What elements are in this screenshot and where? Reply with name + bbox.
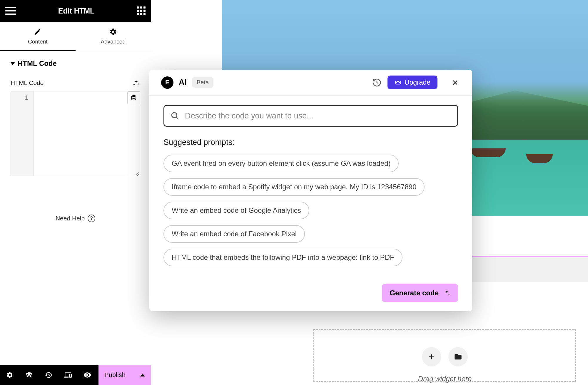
- suggested-prompts-list: GA event fired on every button element c…: [163, 155, 458, 266]
- field-row: HTML Code: [11, 79, 140, 87]
- publish-button[interactable]: Publish: [98, 365, 151, 385]
- section-header[interactable]: HTML Code: [11, 59, 140, 68]
- field-label: HTML Code: [11, 79, 44, 86]
- svg-point-1: [172, 113, 177, 118]
- help-icon: ?: [88, 215, 95, 222]
- code-area[interactable]: [34, 91, 140, 176]
- ai-modal: E AI Beta Upgrade Suggested prompts: GA …: [149, 70, 472, 311]
- tab-content-label: Content: [28, 38, 48, 45]
- editor-sidebar: Edit HTML Content Advanced HTML Code HTM…: [0, 0, 151, 385]
- responsive-icon[interactable]: [58, 365, 78, 385]
- modal-body: Suggested prompts: GA event fired on eve…: [149, 96, 472, 311]
- beta-badge: Beta: [192, 77, 213, 88]
- layers-icon[interactable]: [19, 365, 39, 385]
- need-help-link[interactable]: Need Help ?: [11, 215, 140, 222]
- settings-icon[interactable]: [0, 365, 19, 385]
- pencil-icon: [34, 28, 41, 36]
- ai-label: AI: [179, 78, 187, 87]
- elementor-logo-icon: E: [161, 76, 173, 89]
- history-icon[interactable]: [39, 365, 58, 385]
- svg-point-0: [132, 95, 136, 97]
- sidebar-tabs: Content Advanced: [0, 22, 151, 51]
- apps-grid-icon[interactable]: [137, 6, 146, 15]
- tab-advanced-label: Advanced: [101, 38, 126, 45]
- line-number: 1: [11, 94, 34, 101]
- sidebar-title: Edit HTML: [58, 7, 95, 15]
- modal-history-icon[interactable]: [372, 77, 382, 88]
- need-help-label: Need Help: [56, 215, 85, 222]
- upgrade-label: Upgrade: [405, 78, 430, 86]
- crown-icon: [395, 80, 402, 85]
- chevron-up-icon: [140, 374, 145, 376]
- prompt-input[interactable]: [185, 111, 451, 120]
- prompt-chip[interactable]: Write an embed code of Facebook Pixel: [163, 225, 305, 243]
- preview-icon[interactable]: [78, 365, 97, 385]
- close-icon[interactable]: [450, 77, 460, 88]
- prompt-chip[interactable]: Write an embed code of Google Analytics: [163, 202, 309, 219]
- html-code-editor[interactable]: 1: [11, 91, 140, 176]
- sidebar-header: Edit HTML: [0, 0, 151, 22]
- section-title: HTML Code: [18, 59, 57, 68]
- gear-icon: [109, 28, 117, 36]
- drop-zone[interactable]: Drag widget here: [313, 329, 576, 382]
- upgrade-button[interactable]: Upgrade: [387, 76, 437, 89]
- generate-code-label: Generate code: [390, 289, 439, 297]
- drop-zone-controls: [422, 347, 468, 366]
- section-body: HTML Code HTML Code 1 Need Help ?: [0, 51, 151, 230]
- resize-handle-icon[interactable]: [135, 171, 139, 175]
- add-widget-button[interactable]: [422, 347, 441, 366]
- caret-down-icon: [11, 62, 15, 65]
- generate-code-button[interactable]: Generate code: [382, 284, 458, 302]
- folder-button[interactable]: [448, 347, 468, 366]
- drop-zone-label: Drag widget here: [418, 375, 472, 383]
- prompt-chip[interactable]: Iframe code to embed a Spotify widget on…: [163, 178, 425, 196]
- prompt-input-row: [163, 105, 458, 127]
- hamburger-icon[interactable]: [5, 6, 16, 16]
- bottom-bar: Publish: [0, 365, 151, 385]
- modal-header: E AI Beta Upgrade: [149, 70, 472, 96]
- ai-sparkle-icon[interactable]: [132, 79, 140, 87]
- tab-advanced[interactable]: Advanced: [76, 22, 151, 51]
- suggested-prompts-title: Suggested prompts:: [163, 138, 458, 147]
- sparkle-icon: [443, 289, 450, 297]
- prompt-chip[interactable]: GA event fired on every button element c…: [163, 155, 399, 172]
- search-icon: [170, 111, 180, 120]
- prompt-chip[interactable]: HTML code that embeds the following PDF …: [163, 249, 402, 266]
- dynamic-data-icon[interactable]: [127, 91, 140, 104]
- code-gutter: 1: [11, 91, 34, 176]
- tab-content[interactable]: Content: [0, 22, 76, 51]
- publish-label: Publish: [104, 371, 126, 379]
